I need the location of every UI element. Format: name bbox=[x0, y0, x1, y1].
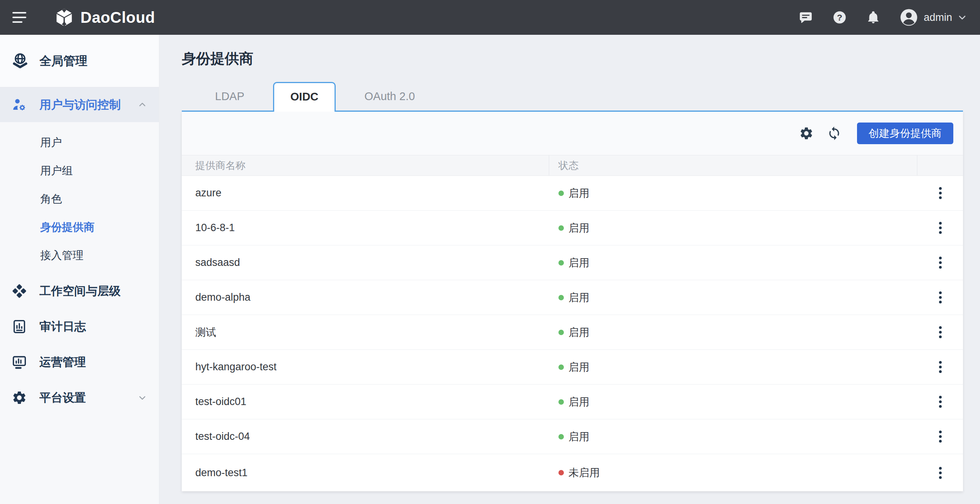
sidebar-item-identity-providers[interactable]: 身份提供商 bbox=[0, 213, 159, 241]
tab-panel: 创建身份提供商 提供商名称 状态 azure 启用 10-6-8-1 启用 bbox=[182, 112, 963, 491]
kebab-menu-icon[interactable] bbox=[933, 357, 948, 377]
table-row: 测试 启用 bbox=[182, 315, 963, 350]
sidebar-submenu: 用户 用户组 角色 身份提供商 接入管理 bbox=[0, 122, 159, 273]
status-label: 启用 bbox=[569, 325, 589, 339]
sidebar-item-operations-management[interactable]: 运营管理 bbox=[0, 344, 159, 380]
provider-name: demo-test1 bbox=[182, 467, 549, 479]
status-label: 启用 bbox=[569, 395, 589, 409]
kebab-menu-icon[interactable] bbox=[933, 427, 948, 446]
status-label: 启用 bbox=[569, 256, 589, 270]
provider-name: sadsaasd bbox=[182, 257, 549, 269]
workspace-icon bbox=[12, 283, 27, 299]
bell-icon[interactable] bbox=[866, 10, 880, 24]
username: admin bbox=[924, 12, 952, 24]
tab-bar: LDAP OIDC OAuth 2.0 bbox=[182, 82, 963, 112]
provider-name: test-oidc01 bbox=[182, 396, 549, 408]
table-row: sadsaasd 启用 bbox=[182, 245, 963, 280]
tab-oauth2[interactable]: OAuth 2.0 bbox=[348, 82, 431, 111]
provider-status: 启用 bbox=[549, 360, 917, 374]
main-content: 身份提供商 LDAP OIDC OAuth 2.0 创建身份提供商 bbox=[159, 35, 980, 504]
table-row: demo-test1 未启用 bbox=[182, 454, 963, 491]
table-body: azure 启用 10-6-8-1 启用 sadsaasd 启用 demo-al… bbox=[182, 176, 963, 491]
sidebar-item-label: 平台设置 bbox=[39, 390, 86, 406]
operations-icon bbox=[12, 354, 27, 370]
sidebar-item-label: 用户与访问控制 bbox=[39, 97, 121, 113]
status-dot bbox=[558, 260, 564, 266]
kebab-menu-icon[interactable] bbox=[933, 183, 948, 203]
table-row: demo-alpha 启用 bbox=[182, 280, 963, 315]
tab-ldap[interactable]: LDAP bbox=[199, 82, 261, 111]
provider-status: 启用 bbox=[549, 325, 917, 339]
brand-name: DaoCloud bbox=[80, 9, 155, 26]
sidebar-item-users-access-control[interactable]: 用户与访问控制 bbox=[0, 87, 159, 122]
sidebar-item-label: 工作空间与层级 bbox=[39, 283, 121, 299]
user-menu[interactable]: admin bbox=[900, 8, 967, 27]
status-dot bbox=[558, 295, 564, 300]
provider-name: 测试 bbox=[182, 325, 549, 339]
column-header-status: 状态 bbox=[549, 155, 917, 175]
status-dot bbox=[558, 191, 564, 196]
brand[interactable]: DaoCloud bbox=[54, 7, 155, 27]
topbar-actions: ? admin bbox=[799, 8, 967, 27]
column-header-name: 提供商名称 bbox=[182, 155, 549, 175]
status-dot bbox=[558, 364, 564, 370]
table-row: azure 启用 bbox=[182, 176, 963, 211]
daocloud-logo-icon bbox=[54, 7, 74, 27]
create-provider-button[interactable]: 创建身份提供商 bbox=[857, 123, 953, 144]
status-label: 启用 bbox=[569, 221, 589, 235]
status-dot bbox=[558, 434, 564, 439]
status-dot bbox=[558, 399, 564, 405]
sidebar-item-workspace-hierarchy[interactable]: 工作空间与层级 bbox=[0, 273, 159, 309]
status-label: 启用 bbox=[569, 186, 589, 200]
chat-icon[interactable] bbox=[799, 10, 813, 25]
kebab-menu-icon[interactable] bbox=[933, 253, 948, 272]
chevron-down-icon bbox=[137, 393, 147, 403]
status-label: 启用 bbox=[569, 430, 589, 444]
sidebar-item-user-groups[interactable]: 用户组 bbox=[0, 157, 159, 185]
status-label: 启用 bbox=[569, 360, 589, 374]
globe-icon bbox=[12, 53, 29, 70]
table-row: 10-6-8-1 启用 bbox=[182, 211, 963, 245]
provider-name: hyt-kangaroo-test bbox=[182, 361, 549, 373]
toolbar: 创建身份提供商 bbox=[182, 112, 963, 155]
sidebar-item-global-management[interactable]: 全局管理 bbox=[0, 35, 159, 87]
column-header-actions bbox=[917, 155, 963, 175]
page-title: 身份提供商 bbox=[182, 49, 963, 69]
help-icon[interactable]: ? bbox=[832, 10, 847, 25]
kebab-menu-icon[interactable] bbox=[933, 392, 948, 412]
avatar-icon bbox=[900, 8, 918, 27]
table-row: hyt-kangaroo-test 启用 bbox=[182, 350, 963, 385]
provider-name: azure bbox=[182, 187, 549, 199]
chevron-down-icon bbox=[958, 13, 967, 22]
provider-status: 启用 bbox=[549, 395, 917, 409]
chevron-up-icon bbox=[137, 100, 147, 110]
provider-status: 启用 bbox=[549, 430, 917, 444]
sidebar-item-audit-logs[interactable]: 审计日志 bbox=[0, 309, 159, 344]
provider-status: 启用 bbox=[549, 221, 917, 235]
topbar: DaoCloud ? bbox=[0, 0, 980, 35]
status-dot bbox=[558, 225, 564, 231]
gear-icon[interactable] bbox=[799, 126, 814, 141]
sidebar-item-users[interactable]: 用户 bbox=[0, 128, 159, 157]
provider-status: 启用 bbox=[549, 291, 917, 305]
kebab-menu-icon[interactable] bbox=[933, 322, 948, 342]
status-dot bbox=[558, 330, 564, 335]
table-header: 提供商名称 状态 bbox=[182, 155, 963, 176]
tab-oidc[interactable]: OIDC bbox=[273, 82, 336, 112]
sidebar-item-roles[interactable]: 角色 bbox=[0, 185, 159, 213]
kebab-menu-icon[interactable] bbox=[933, 463, 948, 483]
sidebar-item-access-management[interactable]: 接入管理 bbox=[0, 241, 159, 269]
sidebar-item-platform-settings[interactable]: 平台设置 bbox=[0, 380, 159, 415]
sidebar-global-label: 全局管理 bbox=[39, 53, 87, 69]
kebab-menu-icon[interactable] bbox=[933, 288, 948, 307]
status-label: 未启用 bbox=[569, 466, 600, 480]
menu-icon[interactable] bbox=[12, 12, 26, 23]
user-gear-icon bbox=[12, 97, 27, 112]
table-row: test-oidc01 启用 bbox=[182, 385, 963, 419]
provider-name: test-oidc-04 bbox=[182, 431, 549, 443]
table-row: test-oidc-04 启用 bbox=[182, 419, 963, 454]
kebab-menu-icon[interactable] bbox=[933, 218, 948, 238]
refresh-icon[interactable] bbox=[827, 126, 842, 141]
audit-log-icon bbox=[12, 319, 27, 334]
status-dot bbox=[558, 470, 564, 475]
